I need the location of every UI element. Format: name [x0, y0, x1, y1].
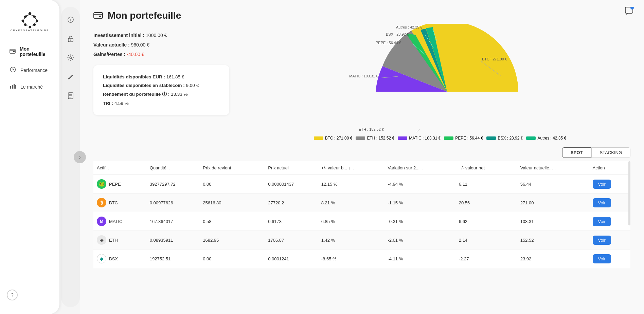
- receipt-icon-btn[interactable]: [65, 90, 77, 102]
- cell-action: Voir: [589, 212, 630, 231]
- legend-color-swatch: [356, 136, 365, 140]
- table-row: ◆ BSX 192752.51 0.00 0.0001241 -8.65 % -…: [93, 250, 630, 268]
- valeur-actuelle-menu-icon[interactable]: ⋮: [554, 166, 558, 170]
- legend-label: MATIC : 103.31 €: [409, 136, 441, 141]
- chat-icon-btn[interactable]: [625, 7, 634, 18]
- chart-icon: [10, 84, 16, 90]
- legend-color-swatch: [486, 136, 496, 140]
- col-prix-revient: Prix de revient ⋮: [199, 161, 265, 175]
- info-icon-btn[interactable]: i: [65, 14, 77, 26]
- col-valeur-b: +/- valeur b... ↓ ⋮: [318, 161, 384, 175]
- asset-name: PEPE: [109, 182, 121, 187]
- stable-row: Liquidités disponibles en stablecoin : 9…: [103, 81, 220, 90]
- cell-valeur-b: 12.15 %: [318, 175, 384, 193]
- cell-valeur-actuelle: 103.31: [517, 212, 589, 231]
- svg-line-15: [25, 26, 30, 26]
- cell-prix-actuel: 0.000001437: [265, 175, 318, 193]
- svg-point-6: [33, 24, 35, 26]
- legend-item: Autres : 42.35 €: [526, 136, 566, 141]
- sidebar-item-portefeuille[interactable]: Mon portefeuille: [3, 42, 57, 61]
- cell-prix-revient: 0.00: [199, 175, 265, 193]
- col-valeur-net: +/- valeur net ⋮: [455, 161, 517, 175]
- svg-line-14: [34, 22, 37, 23]
- edit-icon-btn[interactable]: [65, 71, 77, 83]
- cell-valeur-net: -2.27: [455, 250, 517, 268]
- cell-valeur-actuelle: 271.00: [517, 193, 589, 212]
- clock-icon: [10, 67, 16, 74]
- asset-logo: ◆: [97, 254, 106, 263]
- cell-prix-revient: 25616.80: [199, 193, 265, 212]
- voir-button[interactable]: Voir: [593, 217, 611, 226]
- legend-item: PEPE : 56.44 €: [444, 136, 483, 141]
- sidebar-item-performance[interactable]: Performance: [3, 62, 57, 78]
- legend-item: ETH : 152.52 €: [356, 136, 394, 141]
- settings-icon-btn[interactable]: [65, 52, 77, 64]
- prix-actuel-menu-icon[interactable]: ⋮: [290, 166, 294, 170]
- logo: CRYPTOPATRIMOINE: [0, 7, 59, 42]
- cell-quantite: 0.08935911: [146, 231, 199, 250]
- quantite-menu-icon[interactable]: ⋮: [168, 166, 172, 170]
- tab-stacking[interactable]: STACKING: [591, 147, 631, 158]
- legend-label: Autres : 42.35 €: [537, 136, 566, 141]
- cell-prix-revient: 1682.95: [199, 231, 265, 250]
- svg-rect-33: [94, 13, 103, 18]
- cell-valeur-b: 6.85 %: [318, 212, 384, 231]
- svg-point-48: [630, 7, 634, 10]
- action-menu-icon[interactable]: ⋮: [606, 166, 610, 170]
- valeur-b-sort-icon[interactable]: ↓: [348, 166, 351, 170]
- top-area: Investissement initial : 1000.00 € Valeu…: [93, 31, 630, 141]
- table-row: M MATIC 167.364017 0.58 0.6173 6.85 % -0…: [93, 212, 630, 231]
- wallet-icon: [10, 48, 16, 55]
- cell-actif: 🐸 PEPE: [93, 175, 146, 193]
- rendement-row: Rendement du portefeuille ⓘ : 13.33 %: [103, 90, 220, 99]
- cell-prix-actuel: 1706.87: [265, 231, 318, 250]
- page-header-icon: [93, 11, 103, 21]
- svg-rect-20: [10, 86, 11, 89]
- scrollbar[interactable]: [628, 161, 630, 225]
- svg-point-27: [70, 39, 71, 40]
- svg-text:BSX : 23.92 €: BSX : 23.92 €: [386, 32, 409, 36]
- svg-line-9: [30, 15, 35, 16]
- svg-line-13: [23, 22, 25, 23]
- cell-valeur-net: 20.56: [455, 193, 517, 212]
- cell-prix-actuel: 0.6173: [265, 212, 318, 231]
- sidebar-item-label: Performance: [20, 68, 48, 73]
- col-actif: Actif ⋮: [93, 161, 146, 175]
- sidebar: CRYPTOPATRIMOINE Mon portefeuille Perfor…: [0, 0, 59, 314]
- asset-logo: M: [97, 217, 106, 226]
- table-row: ◈ ETH 0.08935911 1682.95 1706.87 1.42 % …: [93, 231, 630, 250]
- legend-label: BTC : 271.00 €: [325, 136, 353, 141]
- cell-actif: ₿ BTC: [93, 193, 146, 212]
- variation-menu-icon[interactable]: ⋮: [421, 166, 425, 170]
- lock-icon-btn[interactable]: [65, 33, 77, 45]
- svg-line-12: [34, 18, 37, 20]
- sidebar-item-marche[interactable]: Le marché: [3, 79, 57, 94]
- prix-revient-menu-icon[interactable]: ⋮: [232, 166, 236, 170]
- svg-point-3: [22, 20, 24, 22]
- help-button[interactable]: ?: [7, 290, 18, 300]
- cell-prix-actuel: 0.0001241: [265, 250, 318, 268]
- sidebar-nav: Mon portefeuille Performance Le marché: [0, 42, 59, 283]
- voir-button[interactable]: Voir: [593, 198, 611, 207]
- sidebar-item-label: Mon portefeuille: [20, 46, 50, 57]
- legend-item: MATIC : 103.31 €: [398, 136, 441, 141]
- col-prix-actuel: Prix actuel ⋮: [265, 161, 318, 175]
- page-header: Mon portefeuille: [93, 10, 630, 21]
- expand-panel-button[interactable]: ›: [74, 151, 86, 163]
- svg-rect-18: [13, 51, 15, 52]
- actif-menu-icon[interactable]: ⋮: [107, 166, 110, 170]
- svg-text:BTC : 271.00 €: BTC : 271.00 €: [482, 57, 507, 61]
- cell-valeur-net: 6.62: [455, 212, 517, 231]
- investissement-row: Investissement initial : 1000.00 €: [93, 31, 239, 40]
- tab-spot[interactable]: SPOT: [562, 147, 591, 158]
- voir-button[interactable]: Voir: [593, 236, 611, 245]
- valeur-b-menu-icon[interactable]: ⋮: [352, 166, 355, 170]
- voir-button[interactable]: Voir: [593, 254, 611, 263]
- table-row: ₿ BTC 0.00977626 25616.80 27720.2 8.21 %…: [93, 193, 630, 212]
- voir-button[interactable]: Voir: [593, 180, 611, 189]
- svg-text:PEPE : 56.44 €: PEPE : 56.44 €: [376, 41, 401, 45]
- valeur-net-menu-icon[interactable]: ⋮: [486, 166, 490, 170]
- svg-line-37: [401, 129, 420, 132]
- legend-color-swatch: [444, 136, 453, 140]
- cell-actif: ◈ ETH: [93, 231, 146, 250]
